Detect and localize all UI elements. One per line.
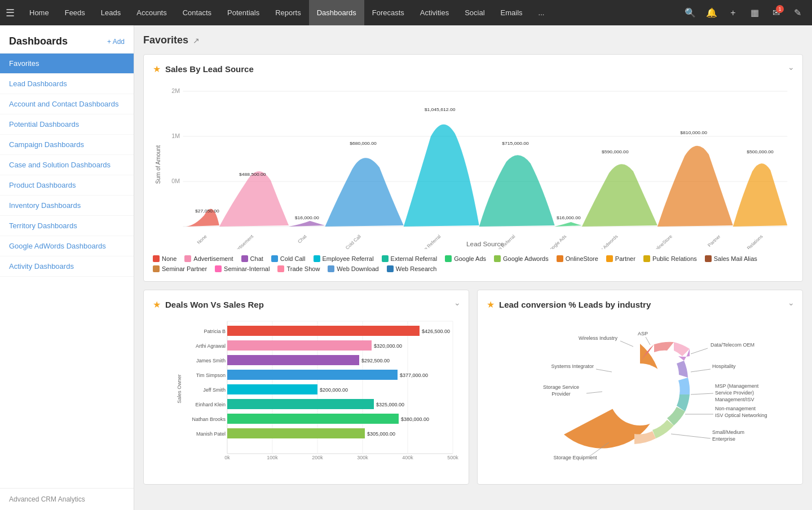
add-icon-btn[interactable]: + [724, 4, 742, 22]
legend-item: Trade Show [277, 265, 320, 272]
svg-text:$305,000.00: $305,000.00 [367, 431, 395, 437]
legend-item: OnlineStore [557, 255, 598, 262]
sidebar-item-1[interactable]: Lead Dashboards [0, 74, 134, 94]
svg-rect-55 [227, 370, 398, 380]
svg-text:$426,500.00: $426,500.00 [422, 329, 450, 334]
notifications-icon-btn[interactable]: 🔔 [703, 4, 721, 22]
search-icon-btn[interactable]: 🔍 [681, 4, 699, 22]
sales-by-lead-source-card: ★ Sales By Lead Source ⌄ 2M 1M 0M [143, 54, 803, 282]
nav-activities[interactable]: Activities [412, 0, 457, 25]
sales-chart-area: 2M 1M 0M Sum of Amount Lead Source $27,0… [153, 80, 793, 251]
page-title: Favorites [143, 34, 188, 46]
sidebar-item-5[interactable]: Case and Solution Dashboards [0, 155, 134, 175]
svg-rect-61 [227, 399, 374, 409]
nav-leads[interactable]: Leads [93, 0, 129, 25]
settings-icon-btn[interactable]: ✎ [788, 4, 806, 22]
page-header: Favorites ↗ [143, 34, 803, 46]
nav-potentials[interactable]: Potentials [219, 0, 267, 25]
legend-item: Employee Referral [314, 255, 374, 262]
sidebar-item-4[interactable]: Campaign Dashboards [0, 135, 134, 155]
sales-chart-header: ★ Sales By Lead Source [153, 64, 793, 74]
legend-item: Chat [241, 255, 263, 262]
sidebar-item-7[interactable]: Inventory Dashboards [0, 196, 134, 216]
collapse-icon-3[interactable]: ⌄ [788, 298, 795, 307]
legend-item: None [153, 255, 176, 262]
nav-dashboards[interactable]: Dashboards [309, 0, 364, 25]
svg-text:Storage Service: Storage Service [543, 384, 579, 390]
svg-text:Google Ads: Google Ads [546, 234, 568, 249]
sidebar-item-10[interactable]: Activity Dashboards [0, 256, 134, 277]
nav-contacts[interactable]: Contacts [175, 0, 219, 25]
bottom-charts: ★ Deals Won Vs Sales Rep ⌄ Sales Owner [143, 290, 803, 493]
svg-text:Non-management: Non-management [715, 406, 756, 411]
svg-text:$715,000.00: $715,000.00 [502, 140, 529, 146]
nav-reports[interactable]: Reports [267, 0, 309, 25]
sales-chart-title: Sales By Lead Source [165, 64, 254, 74]
svg-text:Google Adwords: Google Adwords [590, 234, 619, 249]
svg-text:$380,000.00: $380,000.00 [401, 416, 429, 422]
svg-line-84 [691, 393, 713, 394]
svg-text:$810,000.00: $810,000.00 [680, 130, 707, 135]
nav-social[interactable]: Social [457, 0, 492, 25]
legend-item: Web Research [387, 265, 437, 272]
svg-text:$1,045,612.00: $1,045,612.00 [425, 107, 456, 112]
svg-text:Chat: Chat [297, 233, 308, 244]
svg-text:$488,500.00: $488,500.00 [239, 171, 266, 177]
svg-text:Patricia B: Patricia B [204, 329, 226, 334]
legend-item: Seminar Partner [153, 265, 207, 272]
lead-chart-title: Lead conversion % Leads by industry [499, 300, 651, 309]
nav-more[interactable]: ... [531, 0, 553, 25]
svg-rect-49 [227, 340, 372, 351]
svg-text:Management/ISV: Management/ISV [715, 397, 754, 402]
legend-item: Partner [606, 255, 636, 262]
sidebar-item-6[interactable]: Product Dashboards [0, 175, 134, 196]
svg-text:Partner: Partner [707, 233, 722, 248]
svg-text:$292,500.00: $292,500.00 [361, 358, 390, 363]
svg-text:Employee Referral: Employee Referral [409, 233, 442, 249]
nav-forecasts[interactable]: Forecasts [364, 0, 412, 25]
svg-point-70 [609, 363, 671, 425]
svg-text:0k: 0k [224, 455, 230, 460]
mail-icon-btn[interactable]: ✉ 1 [767, 4, 785, 22]
svg-text:Enterprise: Enterprise [712, 436, 735, 442]
svg-text:2M: 2M [171, 88, 180, 94]
sidebar-item-9[interactable]: Google AdWords Dashboards [0, 236, 134, 256]
svg-line-75 [596, 369, 612, 372]
menu-icon[interactable]: ☰ [6, 7, 15, 19]
nav-emails[interactable]: Emails [493, 0, 531, 25]
svg-text:400k: 400k [402, 455, 413, 460]
external-link-icon[interactable]: ↗ [193, 36, 200, 45]
svg-text:Storage Equipment: Storage Equipment [553, 455, 597, 460]
mail-badge: 1 [776, 5, 784, 13]
legend-item: Sales Mail Alias [705, 255, 757, 262]
svg-line-91 [671, 434, 710, 438]
legend-item: Public Relations [643, 255, 697, 262]
legend-item: External Referral [382, 255, 438, 262]
nav-home[interactable]: Home [21, 0, 57, 25]
svg-text:Small/Medium: Small/Medium [712, 429, 744, 435]
sidebar: Dashboards + Add FavoritesLead Dashboard… [0, 25, 134, 510]
svg-text:$590,000.00: $590,000.00 [602, 149, 629, 154]
sidebar-item-3[interactable]: Potential Dashboards [0, 114, 134, 135]
svg-rect-64 [227, 414, 399, 424]
star-icon-2: ★ [153, 299, 161, 310]
sidebar-title: Dashboards [9, 36, 68, 47]
svg-text:OnlineStore: OnlineStore [651, 233, 674, 249]
sidebar-item-2[interactable]: Account and Contact Dashboards [0, 94, 134, 114]
add-dashboard-button[interactable]: + Add [107, 38, 125, 46]
legend-item: Google Ads [445, 255, 486, 262]
sidebar-item-8[interactable]: Territory Dashboards [0, 216, 134, 236]
svg-text:Tim Simpson: Tim Simpson [196, 372, 226, 378]
lead-chart-header: ★ Lead conversion % Leads by industry [487, 299, 793, 310]
screen-icon-btn[interactable]: ▦ [745, 4, 764, 22]
svg-text:MSP (Management: MSP (Management [715, 383, 759, 389]
sidebar-header: Dashboards + Add [0, 25, 134, 54]
sidebar-item-0[interactable]: Favorites [0, 54, 134, 74]
sidebar-footer: Advanced CRM Analytics [0, 488, 134, 510]
collapse-icon-2[interactable]: ⌄ [454, 298, 461, 307]
svg-text:Service Provider): Service Provider) [715, 390, 754, 396]
nav-accounts[interactable]: Accounts [129, 0, 174, 25]
nav-feeds[interactable]: Feeds [57, 0, 93, 25]
collapse-icon[interactable]: ⌄ [788, 63, 795, 72]
star-icon-3: ★ [487, 299, 495, 310]
